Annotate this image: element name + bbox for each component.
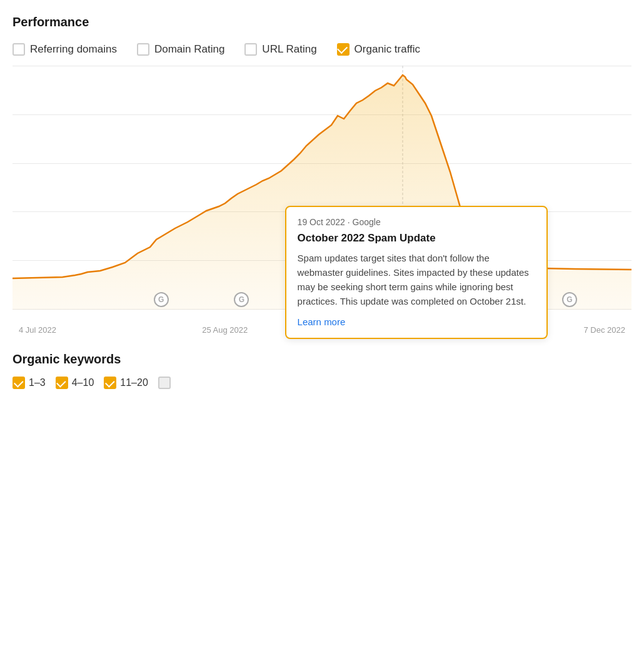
g-marker-circle-7: G [562,292,577,307]
checkbox-domain-rating[interactable]: Domain Rating [137,43,224,56]
kw-label-1-3: 1–3 [29,377,46,388]
x-label-4: 7 Dec 2022 [583,325,625,335]
chart-area: G G G G G G G 4 Jul 2022 25 Aug 2022 16 … [13,66,631,335]
g-marker-7[interactable]: G [562,292,577,307]
g-marker-1[interactable]: G [154,292,169,307]
g-marker-circle-2: G [234,292,249,307]
checkbox-box-domain-rating[interactable] [137,43,149,56]
checkbox-referring-domains[interactable]: Referring domains [13,43,117,56]
tooltip-box: 19 Oct 2022 · Google October 2022 Spam U… [285,206,548,339]
kw-filter-partial[interactable] [158,377,171,389]
kw-filter-11-20[interactable]: 11–20 [104,377,148,389]
kw-checkbox-partial[interactable] [158,377,171,389]
tooltip-body: Spam updates target sites that don't fol… [298,251,535,309]
kw-filter-4-10[interactable]: 4–10 [56,377,94,389]
g-marker-2[interactable]: G [234,292,249,307]
x-label-2: 25 Aug 2022 [202,325,248,335]
checkbox-url-rating[interactable]: URL Rating [244,43,316,56]
keywords-section-title: Organic keywords [13,352,631,367]
kw-checkbox-box-1-3[interactable] [13,377,25,389]
checkboxes-row: Referring domains Domain Rating URL Rati… [13,43,631,56]
checkbox-label-domain-rating: Domain Rating [154,43,224,56]
checkbox-label-organic-traffic: Organic traffic [355,43,421,56]
kw-label-11-20: 11–20 [120,377,148,388]
kw-filter-1-3[interactable]: 1–3 [13,377,46,389]
checkbox-organic-traffic[interactable]: Organic traffic [337,43,421,56]
bottom-section: Organic keywords 1–3 4–10 11–20 [13,342,631,389]
checkbox-label-url-rating: URL Rating [262,43,316,56]
kw-checkbox-box-4-10[interactable] [56,377,68,389]
tooltip-title: October 2022 Spam Update [298,232,535,245]
page-wrapper: Performance Referring domains Domain Rat… [0,0,644,389]
checkbox-box-url-rating[interactable] [244,43,257,56]
kw-label-4-10: 4–10 [72,377,94,388]
keywords-filters: 1–3 4–10 11–20 [13,377,631,389]
learn-more-link[interactable]: Learn more [298,316,346,327]
kw-checkbox-box-11-20[interactable] [104,377,116,389]
checkbox-box-referring-domains[interactable] [13,43,25,56]
checkbox-label-referring-domains: Referring domains [30,43,117,56]
x-label-1: 4 Jul 2022 [19,325,56,335]
tooltip-date: 19 Oct 2022 · Google [298,217,535,227]
section-title: Performance [13,15,631,29]
checkbox-box-organic-traffic[interactable] [337,43,350,56]
g-marker-circle-1: G [154,292,169,307]
